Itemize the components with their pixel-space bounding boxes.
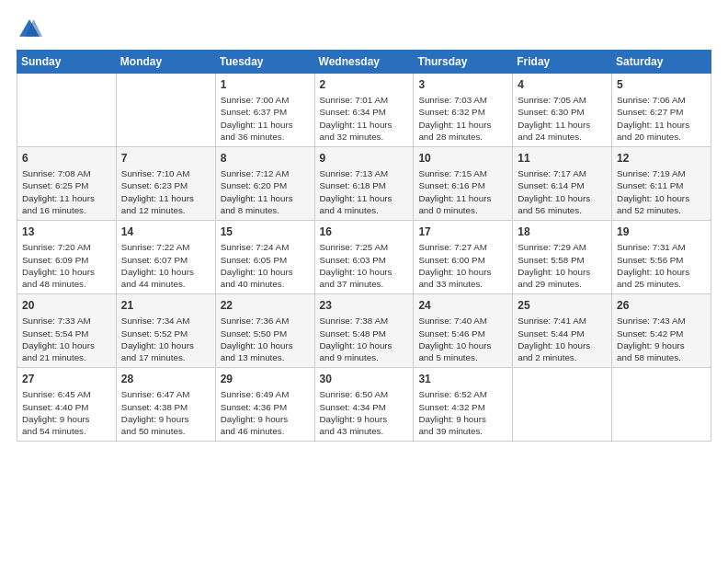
calendar-cell: 29Sunrise: 6:49 AM Sunset: 4:36 PM Dayli… — [215, 368, 314, 442]
header — [17, 17, 711, 42]
day-number: 28 — [121, 372, 210, 386]
day-number: 12 — [617, 151, 706, 166]
day-number: 26 — [617, 298, 706, 313]
week-row-4: 20Sunrise: 7:33 AM Sunset: 5:54 PM Dayli… — [17, 294, 711, 368]
day-number: 29 — [221, 372, 310, 386]
day-info: Sunrise: 7:31 AM Sunset: 5:56 PM Dayligh… — [617, 241, 706, 290]
calendar-cell: 22Sunrise: 7:36 AM Sunset: 5:50 PM Dayli… — [215, 294, 314, 368]
calendar-cell: 18Sunrise: 7:29 AM Sunset: 5:58 PM Dayli… — [513, 221, 612, 294]
day-info: Sunrise: 6:45 AM Sunset: 4:40 PM Dayligh… — [22, 388, 111, 437]
day-number: 23 — [320, 298, 409, 313]
calendar-cell: 16Sunrise: 7:25 AM Sunset: 6:03 PM Dayli… — [314, 221, 414, 294]
calendar-cell: 25Sunrise: 7:41 AM Sunset: 5:44 PM Dayli… — [513, 294, 612, 368]
calendar-cell: 1Sunrise: 7:00 AM Sunset: 6:37 PM Daylig… — [215, 74, 314, 147]
calendar-cell: 2Sunrise: 7:01 AM Sunset: 6:34 PM Daylig… — [314, 74, 414, 147]
week-row-1: 1Sunrise: 7:00 AM Sunset: 6:37 PM Daylig… — [17, 74, 711, 147]
calendar-cell: 8Sunrise: 7:12 AM Sunset: 6:20 PM Daylig… — [215, 147, 314, 221]
day-info: Sunrise: 7:40 AM Sunset: 5:46 PM Dayligh… — [418, 315, 507, 363]
day-number: 17 — [418, 224, 507, 239]
calendar-cell: 6Sunrise: 7:08 AM Sunset: 6:25 PM Daylig… — [17, 147, 117, 221]
calendar-cell: 11Sunrise: 7:17 AM Sunset: 6:14 PM Dayli… — [513, 147, 612, 221]
day-number: 4 — [518, 77, 607, 92]
day-info: Sunrise: 6:47 AM Sunset: 4:38 PM Dayligh… — [121, 388, 210, 437]
day-info: Sunrise: 7:41 AM Sunset: 5:44 PM Dayligh… — [518, 315, 607, 363]
day-info: Sunrise: 7:10 AM Sunset: 6:23 PM Dayligh… — [121, 167, 210, 216]
day-number: 25 — [518, 298, 607, 313]
calendar-cell: 15Sunrise: 7:24 AM Sunset: 6:05 PM Dayli… — [215, 221, 314, 294]
week-row-3: 13Sunrise: 7:20 AM Sunset: 6:09 PM Dayli… — [17, 221, 711, 294]
day-number: 3 — [418, 77, 507, 92]
day-number: 7 — [121, 151, 210, 166]
day-number: 18 — [518, 224, 607, 239]
day-info: Sunrise: 7:33 AM Sunset: 5:54 PM Dayligh… — [22, 315, 111, 363]
calendar-cell — [612, 368, 711, 442]
page: SundayMondayTuesdayWednesdayThursdayFrid… — [0, 0, 728, 451]
calendar-cell: 5Sunrise: 7:06 AM Sunset: 6:27 PM Daylig… — [612, 74, 711, 147]
logo — [17, 17, 46, 42]
day-info: Sunrise: 7:24 AM Sunset: 6:05 PM Dayligh… — [221, 241, 310, 290]
day-number: 16 — [320, 224, 409, 239]
calendar-cell: 17Sunrise: 7:27 AM Sunset: 6:00 PM Dayli… — [414, 221, 513, 294]
day-number: 21 — [121, 298, 210, 313]
weekday-header-tuesday: Tuesday — [215, 51, 314, 74]
calendar-cell: 23Sunrise: 7:38 AM Sunset: 5:48 PM Dayli… — [314, 294, 414, 368]
calendar-cell: 19Sunrise: 7:31 AM Sunset: 5:56 PM Dayli… — [612, 221, 711, 294]
calendar-cell — [116, 74, 215, 147]
calendar-cell: 14Sunrise: 7:22 AM Sunset: 6:07 PM Dayli… — [116, 221, 215, 294]
day-number: 1 — [221, 77, 310, 92]
weekday-header-row: SundayMondayTuesdayWednesdayThursdayFrid… — [17, 51, 711, 74]
day-number: 6 — [22, 151, 111, 166]
calendar-cell: 27Sunrise: 6:45 AM Sunset: 4:40 PM Dayli… — [17, 368, 117, 442]
day-info: Sunrise: 7:03 AM Sunset: 6:32 PM Dayligh… — [418, 94, 507, 143]
day-info: Sunrise: 7:20 AM Sunset: 6:09 PM Dayligh… — [22, 241, 111, 290]
day-info: Sunrise: 7:27 AM Sunset: 6:00 PM Dayligh… — [418, 241, 507, 290]
weekday-header-wednesday: Wednesday — [314, 51, 414, 74]
weekday-header-saturday: Saturday — [612, 51, 711, 74]
day-number: 14 — [121, 224, 210, 239]
day-info: Sunrise: 7:29 AM Sunset: 5:58 PM Dayligh… — [518, 241, 607, 290]
week-row-5: 27Sunrise: 6:45 AM Sunset: 4:40 PM Dayli… — [17, 368, 711, 442]
weekday-header-friday: Friday — [513, 51, 612, 74]
day-number: 8 — [221, 151, 310, 166]
calendar-cell: 26Sunrise: 7:43 AM Sunset: 5:42 PM Dayli… — [612, 294, 711, 368]
calendar-cell: 13Sunrise: 7:20 AM Sunset: 6:09 PM Dayli… — [17, 221, 117, 294]
day-info: Sunrise: 7:13 AM Sunset: 6:18 PM Dayligh… — [320, 167, 409, 216]
day-info: Sunrise: 7:08 AM Sunset: 6:25 PM Dayligh… — [22, 167, 111, 216]
day-info: Sunrise: 6:52 AM Sunset: 4:32 PM Dayligh… — [418, 388, 507, 437]
calendar-cell: 31Sunrise: 6:52 AM Sunset: 4:32 PM Dayli… — [414, 368, 513, 442]
day-info: Sunrise: 7:12 AM Sunset: 6:20 PM Dayligh… — [221, 167, 310, 216]
day-number: 20 — [22, 298, 111, 313]
day-number: 13 — [22, 224, 111, 239]
calendar-cell: 30Sunrise: 6:50 AM Sunset: 4:34 PM Dayli… — [314, 368, 414, 442]
calendar-cell: 10Sunrise: 7:15 AM Sunset: 6:16 PM Dayli… — [414, 147, 513, 221]
day-info: Sunrise: 7:19 AM Sunset: 6:11 PM Dayligh… — [617, 167, 706, 216]
day-number: 24 — [418, 298, 507, 313]
day-number: 15 — [221, 224, 310, 239]
calendar-cell — [17, 74, 117, 147]
day-number: 30 — [320, 372, 409, 386]
calendar-cell: 12Sunrise: 7:19 AM Sunset: 6:11 PM Dayli… — [612, 147, 711, 221]
day-info: Sunrise: 7:00 AM Sunset: 6:37 PM Dayligh… — [221, 94, 310, 143]
day-info: Sunrise: 7:38 AM Sunset: 5:48 PM Dayligh… — [320, 315, 409, 363]
logo-icon — [17, 17, 42, 42]
calendar-cell: 24Sunrise: 7:40 AM Sunset: 5:46 PM Dayli… — [414, 294, 513, 368]
day-info: Sunrise: 7:36 AM Sunset: 5:50 PM Dayligh… — [221, 315, 310, 363]
day-info: Sunrise: 7:06 AM Sunset: 6:27 PM Dayligh… — [617, 94, 706, 143]
day-number: 2 — [320, 77, 409, 92]
day-info: Sunrise: 7:05 AM Sunset: 6:30 PM Dayligh… — [518, 94, 607, 143]
day-info: Sunrise: 7:15 AM Sunset: 6:16 PM Dayligh… — [418, 167, 507, 216]
day-info: Sunrise: 6:50 AM Sunset: 4:34 PM Dayligh… — [320, 388, 409, 437]
day-number: 11 — [518, 151, 607, 166]
day-info: Sunrise: 7:01 AM Sunset: 6:34 PM Dayligh… — [320, 94, 409, 143]
day-info: Sunrise: 7:25 AM Sunset: 6:03 PM Dayligh… — [320, 241, 409, 290]
day-number: 19 — [617, 224, 706, 239]
day-info: Sunrise: 7:34 AM Sunset: 5:52 PM Dayligh… — [121, 315, 210, 363]
weekday-header-sunday: Sunday — [17, 51, 117, 74]
day-number: 22 — [221, 298, 310, 313]
day-info: Sunrise: 7:17 AM Sunset: 6:14 PM Dayligh… — [518, 167, 607, 216]
calendar-cell: 3Sunrise: 7:03 AM Sunset: 6:32 PM Daylig… — [414, 74, 513, 147]
day-number: 5 — [617, 77, 706, 92]
day-info: Sunrise: 6:49 AM Sunset: 4:36 PM Dayligh… — [221, 388, 310, 437]
calendar-cell: 21Sunrise: 7:34 AM Sunset: 5:52 PM Dayli… — [116, 294, 215, 368]
weekday-header-monday: Monday — [116, 51, 215, 74]
